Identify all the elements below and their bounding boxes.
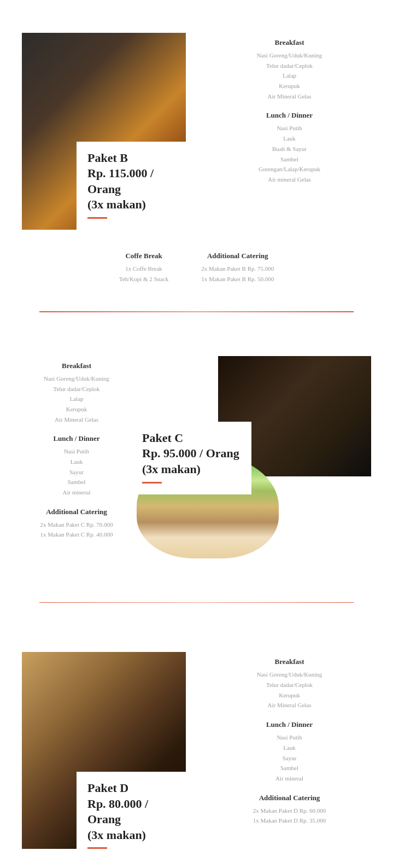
lunch-dinner-heading: Lunch / Dinner [22, 434, 131, 443]
list-item: 2x Makan Paket C Rp. 70.000 [22, 520, 131, 530]
list-item: 1x Makan Paket D Rp. 35.000 [208, 815, 371, 826]
additional-heading: Additional Catering [208, 794, 371, 802]
list-item: Sambel [208, 763, 371, 773]
paket-b-title: Paket B Rp. 115.000 / Orang (3x makan) [87, 150, 180, 213]
paket-c-lunch-dinner: Lunch / Dinner Nasi Putih Lauk Sayur Sam… [22, 434, 131, 497]
paket-d-title-box: Paket D Rp. 80.000 / Orang (3x makan) [77, 772, 191, 860]
additional-list: 2x Makan Paket C Rp. 70.000 1x Makan Pak… [22, 520, 131, 540]
lunch-dinner-list: Nasi Putih Lauk Sayur Sambel Air mineral [208, 732, 371, 783]
list-item: 2x Makan Paket D Rp. 60.000 [208, 806, 371, 816]
list-item: Telur dadar/Ceplok [208, 680, 371, 690]
list-item: Lauk [22, 457, 131, 467]
list-item: Gorengan/Lalap/Kerupuk [208, 164, 371, 174]
list-item: Nasi Goreng/Uduk/Kuning [208, 669, 371, 680]
list-item: Kerupuk [22, 404, 131, 415]
paket-b-additional: Additional Catering 2x Makan Paket B Rp.… [201, 252, 274, 284]
list-item: Buah & Sayur [208, 144, 371, 154]
additional-list: 2x Makan Paket B Rp. 75.000 1x Makan Pak… [201, 264, 274, 284]
paket-d-breakfast: Breakfast Nasi Goreng/Uduk/Kuning Telur … [208, 657, 371, 710]
list-item: 1x Makan Paket C Rp. 40.000 [22, 529, 131, 540]
list-item: Nasi Goreng/Uduk/Kuning [22, 374, 131, 384]
breakfast-heading: Breakfast [208, 657, 371, 666]
paket-b-menu: Breakfast Nasi Goreng/Uduk/Kuning Telur … [191, 33, 371, 195]
list-item: Air mineral [208, 773, 371, 784]
paket-c-underline [142, 482, 162, 483]
breakfast-heading: Breakfast [208, 38, 371, 47]
breakfast-list: Nasi Goreng/Uduk/Kuning Telur dadar/Cepl… [22, 374, 131, 424]
list-item: Sayur [22, 467, 131, 477]
list-item: Telur dadar/Ceplok [22, 384, 131, 394]
list-item: Lalap [22, 394, 131, 404]
paket-b-image-block: Paket B Rp. 115.000 / Orang (3x makan) [22, 33, 191, 230]
additional-list: 2x Makan Paket D Rp. 60.000 1x Makan Pak… [208, 806, 371, 826]
list-item: Lalap [208, 71, 371, 81]
paket-c-menu: Breakfast Nasi Goreng/Uduk/Kuning Telur … [22, 356, 131, 550]
additional-heading: Additional Catering [22, 508, 131, 516]
paket-c-image-block: Paket C Rp. 95.000 / Orang (3x makan) [131, 356, 371, 575]
list-item: Nasi Putih [208, 123, 371, 133]
breakfast-list: Nasi Goreng/Uduk/Kuning Telur dadar/Cepl… [208, 669, 371, 710]
paket-d-lunch-dinner: Lunch / Dinner Nasi Putih Lauk Sayur Sam… [208, 720, 371, 783]
paket-c-title-box: Paket C Rp. 95.000 / Orang (3x makan) [131, 422, 251, 494]
breakfast-list: Nasi Goreng/Uduk/Kuning Telur dadar/Cepl… [208, 50, 371, 101]
divider-c-d [39, 602, 354, 603]
paket-b-title-box: Paket B Rp. 115.000 / Orang (3x makan) [77, 142, 191, 230]
breakfast-heading: Breakfast [22, 362, 131, 370]
list-item: 1x Coffe Break [119, 264, 169, 274]
lunch-dinner-heading: Lunch / Dinner [208, 720, 371, 729]
paket-b-section: Paket B Rp. 115.000 / Orang (3x makan) B… [0, 0, 393, 306]
list-item: Sambel [22, 477, 131, 487]
paket-c-breakfast: Breakfast Nasi Goreng/Uduk/Kuning Telur … [22, 362, 131, 424]
paket-d-underline [87, 847, 107, 849]
paket-b-underline [87, 217, 107, 219]
list-item: Nasi Putih [22, 446, 131, 457]
lunch-dinner-heading: Lunch / Dinner [208, 111, 371, 120]
paket-d-image-block: Paket D Rp. 80.000 / Orang (3x makan) [22, 652, 191, 860]
paket-d-additional: Additional Catering 2x Makan Paket D Rp.… [208, 794, 371, 826]
lunch-dinner-list: Nasi Putih Lauk Sayur Sambel Air mineral [22, 446, 131, 497]
paket-c-title: Paket C Rp. 95.000 / Orang (3x makan) [142, 430, 241, 477]
paket-c-additional: Additional Catering 2x Makan Paket C Rp.… [22, 508, 131, 540]
lunch-dinner-list: Nasi Putih Lauk Buah & Sayur Sambel Gore… [208, 123, 371, 184]
list-item: Air mineral [22, 487, 131, 498]
list-item: Nasi Putih [208, 732, 371, 743]
paket-d-section: Paket D Rp. 80.000 / Orang (3x makan) Br… [0, 619, 393, 868]
coffe-break-list: 1x Coffe Break Teh/Kopi & 2 Snack [119, 264, 169, 284]
list-item: Teh/Kopi & 2 Snack [119, 274, 169, 284]
list-item: Lauk [208, 133, 371, 144]
list-item: Kerupuk [208, 690, 371, 701]
list-item: Air mineral Gelas [208, 174, 371, 185]
coffe-break-heading: Coffe Break [119, 252, 169, 260]
list-item: Air Mineral Gelas [208, 700, 371, 710]
list-item: Air Mineral Gelas [22, 415, 131, 425]
paket-d-title: Paket D Rp. 80.000 / Orang (3x makan) [87, 780, 180, 843]
list-item: 2x Makan Paket B Rp. 75.000 [201, 264, 274, 274]
list-item: Nasi Goreng/Uduk/Kuning [208, 50, 371, 61]
list-item: Telur dadar/Ceplok [208, 61, 371, 71]
paket-b-lunch-dinner: Lunch / Dinner Nasi Putih Lauk Buah & Sa… [208, 111, 371, 184]
list-item: Kerupuk [208, 81, 371, 91]
paket-b-extras-row: Coffe Break 1x Coffe Break Teh/Kopi & 2 … [0, 246, 393, 295]
paket-b-breakfast: Breakfast Nasi Goreng/Uduk/Kuning Telur … [208, 38, 371, 101]
paket-c-section: Breakfast Nasi Goreng/Uduk/Kuning Telur … [0, 329, 393, 597]
paket-d-menu: Breakfast Nasi Goreng/Uduk/Kuning Telur … [191, 652, 371, 836]
paket-b-coffe-break: Coffe Break 1x Coffe Break Teh/Kopi & 2 … [119, 252, 169, 284]
additional-heading: Additional Catering [201, 252, 274, 260]
list-item: Sambel [208, 154, 371, 165]
list-item: Sayur [208, 753, 371, 764]
list-item: Air Mineral Gelas [208, 91, 371, 102]
divider-b-c [39, 311, 354, 312]
list-item: 1x Makan Paket B Rp. 50.000 [201, 274, 274, 284]
list-item: Lauk [208, 743, 371, 753]
